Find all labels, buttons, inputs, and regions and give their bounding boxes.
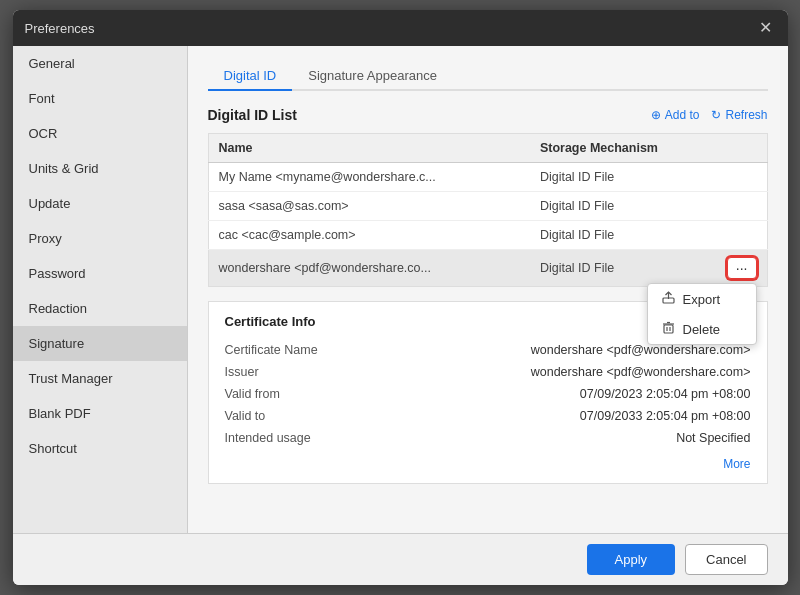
table-row[interactable]: My Name <myname@wondershare.c... Digital… — [208, 163, 767, 192]
sidebar-item-trust-manager[interactable]: Trust Manager — [13, 361, 187, 396]
dialog-footer: Apply Cancel — [13, 533, 788, 585]
row-storage: Digital ID File — [530, 250, 717, 287]
digital-id-list-header: Digital ID List ⊕ Add to ↻ Refresh — [208, 107, 768, 123]
row-action-cell — [717, 163, 767, 192]
row-name: sasa <sasa@sas.com> — [208, 192, 530, 221]
sidebar-item-ocr[interactable]: OCR — [13, 116, 187, 151]
sidebar-item-redaction[interactable]: Redaction — [13, 291, 187, 326]
apply-button[interactable]: Apply — [587, 544, 676, 575]
add-to-label: Add to — [665, 108, 700, 122]
col-actions — [717, 134, 767, 163]
cert-label-valid-from: Valid from — [225, 387, 280, 401]
refresh-button[interactable]: ↻ Refresh — [711, 108, 767, 122]
sidebar-item-blank-pdf[interactable]: Blank PDF — [13, 396, 187, 431]
digital-id-table: Name Storage Mechanism My Name <myname@w… — [208, 133, 768, 287]
cert-value-intended-usage: Not Specified — [676, 431, 750, 445]
row-storage: Digital ID File — [530, 192, 717, 221]
more-link[interactable]: More — [225, 457, 751, 471]
context-menu: Export — [647, 283, 757, 345]
cert-row-valid-to: Valid to 07/09/2033 2:05:04 pm +08:00 — [225, 405, 751, 427]
row-name: wondershare <pdf@wondershare.co... — [208, 250, 530, 287]
table-row-selected[interactable]: wondershare <pdf@wondershare.co... Digit… — [208, 250, 767, 287]
cert-row-issuer: Issuer wondershare <pdf@wondershare.com> — [225, 361, 751, 383]
cert-label-issuer: Issuer — [225, 365, 259, 379]
cert-label-name: Certificate Name — [225, 343, 318, 357]
cert-value-valid-to: 07/09/2033 2:05:04 pm +08:00 — [580, 409, 751, 423]
row-storage: Digital ID File — [530, 221, 717, 250]
tab-signature-appearance[interactable]: Signature Appearance — [292, 62, 453, 91]
sidebar-item-units-grid[interactable]: Units & Grid — [13, 151, 187, 186]
export-label: Export — [683, 292, 721, 307]
delete-menu-item[interactable]: Delete — [648, 314, 756, 344]
tabs-container: Digital ID Signature Appearance — [208, 62, 768, 91]
cert-label-valid-to: Valid to — [225, 409, 266, 423]
title-bar: Preferences ✕ — [13, 10, 788, 46]
dialog-body: General Font OCR Units & Grid Update Pro… — [13, 46, 788, 533]
row-name: cac <cac@sample.com> — [208, 221, 530, 250]
row-actions: ··· — [727, 257, 757, 279]
add-to-button[interactable]: ⊕ Add to — [651, 108, 700, 122]
sidebar-item-general[interactable]: General — [13, 46, 187, 81]
cert-value-valid-from: 07/09/2023 2:05:04 pm +08:00 — [580, 387, 751, 401]
table-row[interactable]: sasa <sasa@sas.com> Digital ID File — [208, 192, 767, 221]
sidebar-item-password[interactable]: Password — [13, 256, 187, 291]
export-icon — [662, 291, 675, 307]
main-content: Digital ID Signature Appearance Digital … — [188, 46, 788, 533]
tab-digital-id[interactable]: Digital ID — [208, 62, 293, 91]
delete-icon — [662, 321, 675, 337]
row-action-cell: ··· — [717, 250, 767, 287]
delete-label: Delete — [683, 322, 721, 337]
sidebar-item-signature[interactable]: Signature — [13, 326, 187, 361]
digital-id-list-title: Digital ID List — [208, 107, 297, 123]
refresh-icon: ↻ — [711, 108, 721, 122]
sidebar-item-font[interactable]: Font — [13, 81, 187, 116]
dialog-title: Preferences — [25, 21, 95, 36]
row-storage: Digital ID File — [530, 163, 717, 192]
header-actions: ⊕ Add to ↻ Refresh — [651, 108, 768, 122]
cert-label-intended-usage: Intended usage — [225, 431, 311, 445]
sidebar: General Font OCR Units & Grid Update Pro… — [13, 46, 188, 533]
svg-rect-1 — [664, 325, 673, 333]
close-button[interactable]: ✕ — [755, 18, 776, 38]
cert-value-issuer: wondershare <pdf@wondershare.com> — [531, 365, 751, 379]
sidebar-item-proxy[interactable]: Proxy — [13, 221, 187, 256]
export-menu-item[interactable]: Export — [648, 284, 756, 314]
preferences-dialog: Preferences ✕ General Font OCR Units & G… — [13, 10, 788, 585]
three-dots-button[interactable]: ··· — [727, 257, 757, 279]
cert-row-intended-usage: Intended usage Not Specified — [225, 427, 751, 449]
table-header-row: Name Storage Mechanism — [208, 134, 767, 163]
add-circle-icon: ⊕ — [651, 108, 661, 122]
cancel-button[interactable]: Cancel — [685, 544, 767, 575]
row-name: My Name <myname@wondershare.c... — [208, 163, 530, 192]
row-action-cell — [717, 221, 767, 250]
col-name: Name — [208, 134, 530, 163]
cert-row-valid-from: Valid from 07/09/2023 2:05:04 pm +08:00 — [225, 383, 751, 405]
cert-value-name: wondershare <pdf@wondershare.com> — [531, 343, 751, 357]
col-storage: Storage Mechanism — [530, 134, 717, 163]
table-row[interactable]: cac <cac@sample.com> Digital ID File — [208, 221, 767, 250]
refresh-label: Refresh — [725, 108, 767, 122]
sidebar-item-update[interactable]: Update — [13, 186, 187, 221]
row-action-cell — [717, 192, 767, 221]
sidebar-item-shortcut[interactable]: Shortcut — [13, 431, 187, 466]
